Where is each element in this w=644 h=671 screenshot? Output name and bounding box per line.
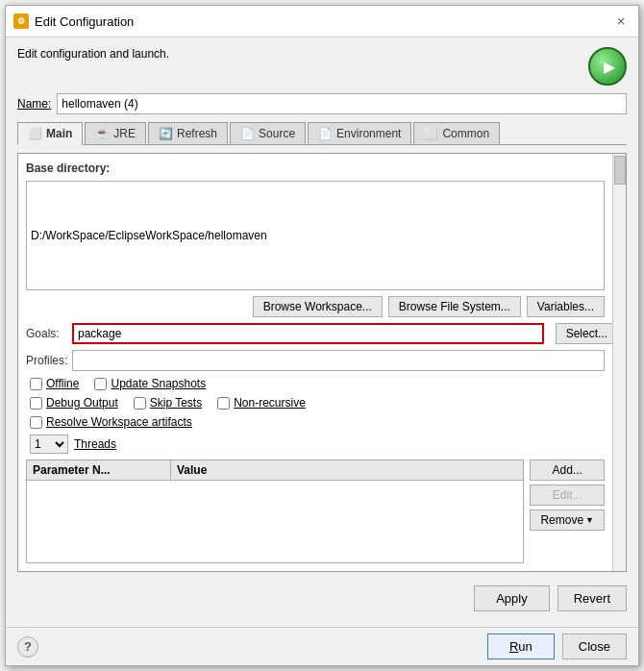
skip-tests-label: Skip Tests bbox=[150, 396, 202, 410]
close-footer-button[interactable]: Close bbox=[562, 634, 627, 659]
revert-button[interactable]: Revert bbox=[557, 585, 627, 611]
skip-tests-checkbox-item: Skip Tests bbox=[134, 396, 202, 410]
tab-environment-icon: 📄 bbox=[318, 127, 333, 140]
update-snapshots-checkbox-item: Update Snapshots bbox=[94, 377, 206, 390]
name-label: Name: bbox=[17, 97, 51, 111]
remove-dropdown-icon: ▼ bbox=[585, 515, 594, 525]
help-button[interactable]: ? bbox=[17, 636, 38, 658]
dialog-icon: ⚙ bbox=[13, 13, 29, 29]
tab-common[interactable]: ⬜ Common bbox=[413, 122, 500, 144]
table-section: Parameter N... Value Add... Edit... Remo… bbox=[26, 460, 605, 563]
update-snapshots-label: Update Snapshots bbox=[111, 377, 206, 390]
tabs-bar: ⬜ Main ☕ JRE 🔄 Refresh 📄 Source 📄 Enviro… bbox=[17, 122, 627, 145]
tab-source-label: Source bbox=[259, 127, 295, 140]
threads-label: Threads bbox=[74, 437, 116, 451]
threads-row: 1 2 4 Threads bbox=[30, 435, 618, 454]
run-quick-button[interactable] bbox=[588, 47, 627, 86]
tab-main-icon: ⬜ bbox=[28, 127, 42, 140]
run-underline: R bbox=[509, 639, 518, 654]
tab-source-icon: 📄 bbox=[240, 127, 255, 140]
offline-checkbox-item: Offline bbox=[30, 377, 79, 390]
resolve-label: Resolve Workspace artifacts bbox=[46, 415, 192, 429]
table-action-buttons: Add... Edit... Remove ▼ bbox=[530, 460, 605, 563]
tab-main[interactable]: ⬜ Main bbox=[17, 122, 83, 145]
browse-filesystem-button[interactable]: Browse File System... bbox=[388, 296, 521, 317]
edit-button[interactable]: Edit... bbox=[530, 485, 605, 506]
debug-output-label: Debug Output bbox=[46, 396, 118, 410]
table-col-value: Value bbox=[171, 460, 523, 480]
non-recursive-label: Non-recursive bbox=[234, 396, 306, 410]
base-directory-label: Base directory: bbox=[26, 162, 618, 175]
tab-jre-icon: ☕ bbox=[95, 127, 110, 140]
table-col-param: Parameter N... bbox=[27, 460, 171, 480]
debug-output-checkbox-item: Debug Output bbox=[30, 396, 118, 410]
non-recursive-checkbox[interactable] bbox=[217, 397, 230, 410]
goals-input[interactable] bbox=[74, 325, 542, 342]
tab-jre[interactable]: ☕ JRE bbox=[85, 122, 146, 144]
goals-row: Goals: Select... bbox=[26, 323, 618, 344]
edit-configuration-dialog: ⚙ Edit Configuration × Edit configuratio… bbox=[5, 5, 639, 666]
table-body bbox=[27, 481, 523, 562]
checkboxes-row-1: Offline Update Snapshots bbox=[30, 377, 605, 390]
run-button[interactable]: Run bbox=[487, 634, 555, 659]
profiles-label: Profiles: bbox=[26, 354, 66, 367]
dialog-title: Edit Configuration bbox=[35, 14, 134, 29]
update-snapshots-checkbox[interactable] bbox=[94, 378, 107, 390]
footer: ? Run Close bbox=[6, 627, 638, 665]
non-recursive-checkbox-item: Non-recursive bbox=[217, 396, 306, 410]
tab-refresh[interactable]: 🔄 Refresh bbox=[148, 122, 228, 144]
remove-label: Remove bbox=[540, 513, 583, 527]
dialog-body: Edit configuration and launch. Name: ⬜ M… bbox=[6, 37, 638, 627]
name-input[interactable] bbox=[57, 93, 627, 114]
scrollbar-thumb bbox=[614, 156, 626, 185]
browse-buttons-row: Browse Workspace... Browse File System..… bbox=[26, 296, 605, 317]
remove-button[interactable]: Remove ▼ bbox=[530, 509, 605, 531]
resolve-checkbox[interactable] bbox=[30, 416, 42, 429]
title-bar: ⚙ Edit Configuration × bbox=[6, 6, 638, 37]
goals-label: Goals: bbox=[26, 327, 66, 340]
base-directory-input[interactable] bbox=[26, 181, 605, 290]
threads-select[interactable]: 1 2 4 bbox=[30, 435, 68, 454]
run-rest: un bbox=[518, 639, 532, 654]
bottom-actions: Apply Revert bbox=[17, 580, 627, 617]
browse-workspace-button[interactable]: Browse Workspace... bbox=[253, 296, 383, 317]
goals-input-wrapper bbox=[72, 323, 544, 344]
tab-source[interactable]: 📄 Source bbox=[230, 122, 306, 144]
skip-tests-checkbox[interactable] bbox=[134, 397, 146, 410]
tab-jre-label: JRE bbox=[113, 127, 136, 140]
header-area: Edit configuration and launch. bbox=[17, 47, 627, 86]
table-header: Parameter N... Value bbox=[27, 460, 523, 481]
variables-button[interactable]: Variables... bbox=[527, 296, 605, 317]
tab-refresh-label: Refresh bbox=[177, 127, 217, 140]
add-button[interactable]: Add... bbox=[530, 460, 605, 481]
profiles-input[interactable] bbox=[72, 350, 605, 371]
name-row: Name: bbox=[17, 93, 627, 114]
apply-button[interactable]: Apply bbox=[474, 585, 550, 611]
dialog-subtitle: Edit configuration and launch. bbox=[17, 47, 169, 61]
debug-output-checkbox[interactable] bbox=[30, 397, 42, 410]
main-panel: Base directory: Browse Workspace... Brow… bbox=[17, 153, 627, 572]
tab-environment-label: Environment bbox=[336, 127, 401, 140]
select-button[interactable]: Select... bbox=[556, 323, 618, 344]
scrollbar[interactable] bbox=[612, 154, 626, 571]
tab-environment[interactable]: 📄 Environment bbox=[308, 122, 411, 144]
tab-common-label: Common bbox=[442, 127, 489, 140]
footer-buttons: Run Close bbox=[487, 634, 627, 659]
offline-label: Offline bbox=[46, 377, 79, 390]
title-bar-left: ⚙ Edit Configuration bbox=[13, 13, 134, 29]
resolve-row: Resolve Workspace artifacts bbox=[30, 415, 618, 429]
profiles-row: Profiles: bbox=[26, 350, 618, 371]
tab-common-icon: ⬜ bbox=[424, 127, 438, 140]
tab-main-label: Main bbox=[46, 127, 72, 140]
offline-checkbox[interactable] bbox=[30, 378, 42, 390]
close-button[interactable]: × bbox=[611, 12, 631, 31]
parameter-table: Parameter N... Value bbox=[26, 460, 524, 563]
checkboxes-row-2: Debug Output Skip Tests Non-recursive bbox=[30, 396, 605, 410]
tab-refresh-icon: 🔄 bbox=[159, 127, 173, 140]
